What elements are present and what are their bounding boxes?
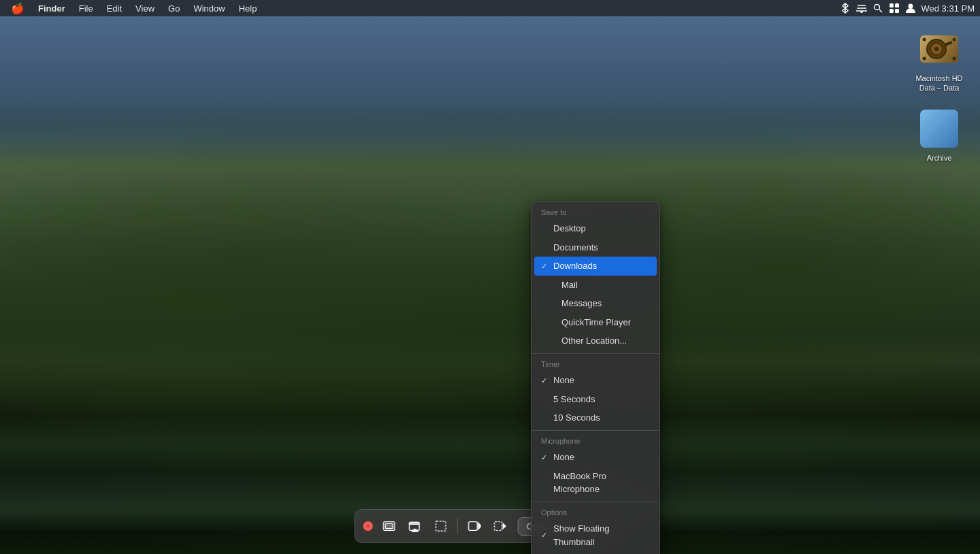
menu-mic-macbook[interactable]: MacBook Pro Microphone — [532, 467, 659, 499]
menu-floating-thumbnail[interactable]: ✓ Show Floating Thumbnail — [532, 519, 659, 551]
svg-point-14 — [923, 57, 926, 61]
menu-file[interactable]: File — [74, 2, 99, 15]
save-to-label: Save to — [532, 205, 659, 219]
apple-menu[interactable]: 🍎 — [5, 2, 30, 15]
toolbar-capture-fullscreen[interactable] — [377, 514, 402, 538]
svg-rect-17 — [920, 110, 958, 148]
menu-view[interactable]: View — [130, 2, 160, 15]
svg-point-0 — [875, 5, 880, 10]
svg-point-5 — [909, 4, 913, 9]
archive-icon-image — [917, 107, 961, 150]
menu-window[interactable]: Window — [188, 2, 230, 15]
menu-go[interactable]: Go — [163, 2, 185, 15]
menu-mic-none[interactable]: ✓ None — [532, 448, 659, 467]
toolbar-record-selection[interactable] — [488, 514, 512, 538]
toolbar-close-button[interactable]: ✕ — [363, 521, 373, 531]
menu-other-location[interactable]: Other Location... — [532, 331, 659, 351]
floating-check: ✓ — [541, 529, 549, 541]
svg-rect-3 — [889, 9, 894, 13]
svg-rect-24 — [436, 521, 446, 532]
bluetooth-icon[interactable] — [839, 2, 851, 14]
menu-timer-none[interactable]: ✓ None — [532, 371, 659, 390]
svg-rect-19 — [385, 523, 393, 528]
options-label: Options — [532, 505, 659, 519]
menu-desktop[interactable]: Desktop — [532, 219, 659, 238]
toolbar-record-screen[interactable] — [462, 514, 487, 538]
archive-icon-item[interactable]: Archive — [912, 107, 966, 163]
desktop-icons: Macintosh HDData – Data Archive — [912, 27, 966, 163]
app-name[interactable]: Finder — [33, 2, 71, 15]
context-menu: Save to Desktop Documents ✓ Downloads Ma… — [531, 201, 660, 554]
svg-rect-23 — [414, 529, 416, 532]
menu-timer-5[interactable]: 5 Seconds — [532, 390, 659, 409]
toolbar-capture-window[interactable] — [403, 514, 427, 538]
divider-2 — [532, 430, 659, 431]
hd-icon-label: Macintosh HDData – Data — [915, 74, 962, 93]
menu-messages[interactable]: Messages — [532, 294, 659, 313]
menubar-time: Wed 3:31 PM — [921, 3, 975, 14]
svg-point-12 — [923, 38, 926, 42]
user-icon[interactable] — [904, 2, 917, 14]
svg-marker-26 — [478, 523, 481, 529]
menubar: 🍎 Finder File Edit View Go Window Help — [0, 0, 980, 16]
menubar-left: 🍎 Finder File Edit View Go Window Help — [5, 2, 262, 15]
toolbar-separator-1 — [457, 518, 458, 534]
airplay-icon[interactable] — [855, 2, 868, 14]
svg-point-10 — [934, 47, 938, 51]
divider-1 — [532, 353, 659, 354]
svg-point-13 — [953, 38, 956, 42]
menu-remember-selection[interactable]: ✓ Remember Last Selection — [532, 551, 659, 554]
menubar-right: Wed 3:31 PM — [839, 2, 975, 14]
menu-timer-10[interactable]: 10 Seconds — [532, 408, 659, 427]
svg-rect-4 — [895, 9, 899, 13]
hd-icon-image — [917, 27, 961, 71]
search-icon[interactable] — [872, 2, 884, 14]
svg-rect-25 — [468, 522, 477, 531]
menu-downloads[interactable]: ✓ Downloads — [534, 257, 657, 276]
microphone-label: Microphone — [532, 434, 659, 448]
menu-mail[interactable]: Mail — [532, 276, 659, 295]
control-center-icon[interactable] — [888, 2, 900, 14]
menu-edit[interactable]: Edit — [101, 2, 127, 15]
divider-3 — [532, 502, 659, 502]
desktop-landscape — [0, 0, 980, 554]
menu-help[interactable]: Help — [233, 2, 263, 15]
timer-none-check: ✓ — [541, 375, 549, 387]
menu-documents[interactable]: Documents — [532, 238, 659, 257]
svg-point-15 — [953, 57, 956, 61]
svg-rect-27 — [494, 522, 502, 531]
svg-marker-28 — [503, 523, 506, 528]
downloads-check: ✓ — [541, 261, 549, 272]
svg-rect-1 — [889, 3, 894, 7]
timer-label: Timer — [532, 357, 659, 371]
mic-none-check: ✓ — [541, 452, 549, 463]
archive-icon-label: Archive — [927, 153, 952, 163]
hd-icon-item[interactable]: Macintosh HDData – Data — [912, 27, 966, 93]
svg-rect-2 — [895, 3, 899, 7]
svg-rect-21 — [409, 523, 419, 525]
menu-quicktime[interactable]: QuickTime Player — [532, 313, 659, 332]
toolbar-capture-selection[interactable] — [429, 514, 453, 538]
